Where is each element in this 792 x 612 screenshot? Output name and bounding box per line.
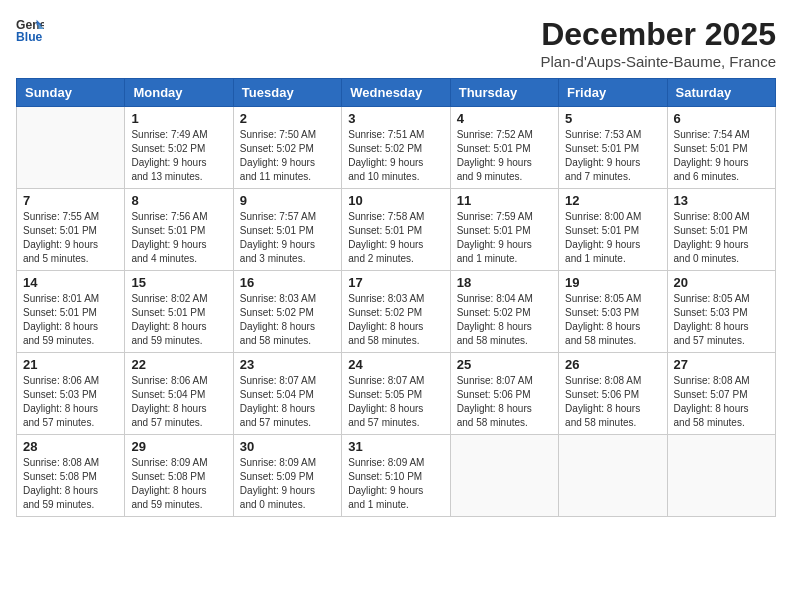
day-cell: 2Sunrise: 7:50 AM Sunset: 5:02 PM Daylig… [233, 107, 341, 189]
day-info: Sunrise: 7:58 AM Sunset: 5:01 PM Dayligh… [348, 210, 443, 266]
day-info: Sunrise: 7:57 AM Sunset: 5:01 PM Dayligh… [240, 210, 335, 266]
weekday-header-sunday: Sunday [17, 79, 125, 107]
day-info: Sunrise: 8:09 AM Sunset: 5:09 PM Dayligh… [240, 456, 335, 512]
week-row-4: 21Sunrise: 8:06 AM Sunset: 5:03 PM Dayli… [17, 353, 776, 435]
logo: General Blue [16, 16, 44, 44]
day-number: 16 [240, 275, 335, 290]
day-cell: 19Sunrise: 8:05 AM Sunset: 5:03 PM Dayli… [559, 271, 667, 353]
month-title: December 2025 [541, 16, 776, 53]
day-number: 31 [348, 439, 443, 454]
svg-text:Blue: Blue [16, 30, 43, 44]
day-info: Sunrise: 8:09 AM Sunset: 5:10 PM Dayligh… [348, 456, 443, 512]
day-cell: 14Sunrise: 8:01 AM Sunset: 5:01 PM Dayli… [17, 271, 125, 353]
header: General Blue December 2025 Plan-d'Aups-S… [16, 16, 776, 70]
day-cell: 13Sunrise: 8:00 AM Sunset: 5:01 PM Dayli… [667, 189, 775, 271]
day-info: Sunrise: 8:07 AM Sunset: 5:04 PM Dayligh… [240, 374, 335, 430]
day-cell: 17Sunrise: 8:03 AM Sunset: 5:02 PM Dayli… [342, 271, 450, 353]
day-number: 14 [23, 275, 118, 290]
day-cell: 1Sunrise: 7:49 AM Sunset: 5:02 PM Daylig… [125, 107, 233, 189]
day-cell [17, 107, 125, 189]
day-info: Sunrise: 8:03 AM Sunset: 5:02 PM Dayligh… [348, 292, 443, 348]
day-cell: 15Sunrise: 8:02 AM Sunset: 5:01 PM Dayli… [125, 271, 233, 353]
location-title: Plan-d'Aups-Sainte-Baume, France [541, 53, 776, 70]
day-number: 10 [348, 193, 443, 208]
day-info: Sunrise: 7:52 AM Sunset: 5:01 PM Dayligh… [457, 128, 552, 184]
day-number: 8 [131, 193, 226, 208]
week-row-5: 28Sunrise: 8:08 AM Sunset: 5:08 PM Dayli… [17, 435, 776, 517]
day-info: Sunrise: 8:05 AM Sunset: 5:03 PM Dayligh… [674, 292, 769, 348]
day-info: Sunrise: 7:49 AM Sunset: 5:02 PM Dayligh… [131, 128, 226, 184]
weekday-header-friday: Friday [559, 79, 667, 107]
day-cell: 10Sunrise: 7:58 AM Sunset: 5:01 PM Dayli… [342, 189, 450, 271]
day-number: 30 [240, 439, 335, 454]
day-cell: 18Sunrise: 8:04 AM Sunset: 5:02 PM Dayli… [450, 271, 558, 353]
day-cell: 22Sunrise: 8:06 AM Sunset: 5:04 PM Dayli… [125, 353, 233, 435]
day-number: 29 [131, 439, 226, 454]
day-number: 17 [348, 275, 443, 290]
weekday-header-monday: Monday [125, 79, 233, 107]
day-info: Sunrise: 8:08 AM Sunset: 5:07 PM Dayligh… [674, 374, 769, 430]
day-number: 12 [565, 193, 660, 208]
day-info: Sunrise: 7:53 AM Sunset: 5:01 PM Dayligh… [565, 128, 660, 184]
day-cell: 11Sunrise: 7:59 AM Sunset: 5:01 PM Dayli… [450, 189, 558, 271]
day-info: Sunrise: 7:50 AM Sunset: 5:02 PM Dayligh… [240, 128, 335, 184]
day-info: Sunrise: 8:08 AM Sunset: 5:06 PM Dayligh… [565, 374, 660, 430]
day-number: 5 [565, 111, 660, 126]
day-info: Sunrise: 8:02 AM Sunset: 5:01 PM Dayligh… [131, 292, 226, 348]
day-number: 27 [674, 357, 769, 372]
day-number: 13 [674, 193, 769, 208]
day-info: Sunrise: 8:08 AM Sunset: 5:08 PM Dayligh… [23, 456, 118, 512]
day-cell: 5Sunrise: 7:53 AM Sunset: 5:01 PM Daylig… [559, 107, 667, 189]
day-number: 26 [565, 357, 660, 372]
day-cell: 29Sunrise: 8:09 AM Sunset: 5:08 PM Dayli… [125, 435, 233, 517]
week-row-3: 14Sunrise: 8:01 AM Sunset: 5:01 PM Dayli… [17, 271, 776, 353]
day-info: Sunrise: 7:54 AM Sunset: 5:01 PM Dayligh… [674, 128, 769, 184]
day-cell: 30Sunrise: 8:09 AM Sunset: 5:09 PM Dayli… [233, 435, 341, 517]
day-info: Sunrise: 7:51 AM Sunset: 5:02 PM Dayligh… [348, 128, 443, 184]
day-number: 15 [131, 275, 226, 290]
day-number: 2 [240, 111, 335, 126]
day-cell [450, 435, 558, 517]
day-cell: 7Sunrise: 7:55 AM Sunset: 5:01 PM Daylig… [17, 189, 125, 271]
day-number: 1 [131, 111, 226, 126]
weekday-header-tuesday: Tuesday [233, 79, 341, 107]
day-number: 23 [240, 357, 335, 372]
day-cell: 9Sunrise: 7:57 AM Sunset: 5:01 PM Daylig… [233, 189, 341, 271]
day-cell: 16Sunrise: 8:03 AM Sunset: 5:02 PM Dayli… [233, 271, 341, 353]
day-info: Sunrise: 8:00 AM Sunset: 5:01 PM Dayligh… [565, 210, 660, 266]
day-cell: 6Sunrise: 7:54 AM Sunset: 5:01 PM Daylig… [667, 107, 775, 189]
day-number: 20 [674, 275, 769, 290]
day-number: 11 [457, 193, 552, 208]
day-number: 18 [457, 275, 552, 290]
day-cell [559, 435, 667, 517]
day-number: 28 [23, 439, 118, 454]
day-info: Sunrise: 8:07 AM Sunset: 5:05 PM Dayligh… [348, 374, 443, 430]
day-cell: 24Sunrise: 8:07 AM Sunset: 5:05 PM Dayli… [342, 353, 450, 435]
day-number: 22 [131, 357, 226, 372]
day-info: Sunrise: 8:06 AM Sunset: 5:03 PM Dayligh… [23, 374, 118, 430]
day-info: Sunrise: 7:59 AM Sunset: 5:01 PM Dayligh… [457, 210, 552, 266]
day-cell [667, 435, 775, 517]
title-area: December 2025 Plan-d'Aups-Sainte-Baume, … [541, 16, 776, 70]
day-cell: 8Sunrise: 7:56 AM Sunset: 5:01 PM Daylig… [125, 189, 233, 271]
day-cell: 21Sunrise: 8:06 AM Sunset: 5:03 PM Dayli… [17, 353, 125, 435]
day-info: Sunrise: 8:07 AM Sunset: 5:06 PM Dayligh… [457, 374, 552, 430]
week-row-2: 7Sunrise: 7:55 AM Sunset: 5:01 PM Daylig… [17, 189, 776, 271]
day-cell: 26Sunrise: 8:08 AM Sunset: 5:06 PM Dayli… [559, 353, 667, 435]
day-cell: 20Sunrise: 8:05 AM Sunset: 5:03 PM Dayli… [667, 271, 775, 353]
day-info: Sunrise: 8:06 AM Sunset: 5:04 PM Dayligh… [131, 374, 226, 430]
weekday-header-saturday: Saturday [667, 79, 775, 107]
logo-icon: General Blue [16, 16, 44, 44]
day-cell: 4Sunrise: 7:52 AM Sunset: 5:01 PM Daylig… [450, 107, 558, 189]
calendar: SundayMondayTuesdayWednesdayThursdayFrid… [16, 78, 776, 517]
day-number: 7 [23, 193, 118, 208]
day-number: 6 [674, 111, 769, 126]
day-number: 9 [240, 193, 335, 208]
day-cell: 28Sunrise: 8:08 AM Sunset: 5:08 PM Dayli… [17, 435, 125, 517]
day-info: Sunrise: 8:01 AM Sunset: 5:01 PM Dayligh… [23, 292, 118, 348]
day-number: 21 [23, 357, 118, 372]
day-info: Sunrise: 8:09 AM Sunset: 5:08 PM Dayligh… [131, 456, 226, 512]
day-info: Sunrise: 8:03 AM Sunset: 5:02 PM Dayligh… [240, 292, 335, 348]
weekday-header-thursday: Thursday [450, 79, 558, 107]
day-cell: 31Sunrise: 8:09 AM Sunset: 5:10 PM Dayli… [342, 435, 450, 517]
